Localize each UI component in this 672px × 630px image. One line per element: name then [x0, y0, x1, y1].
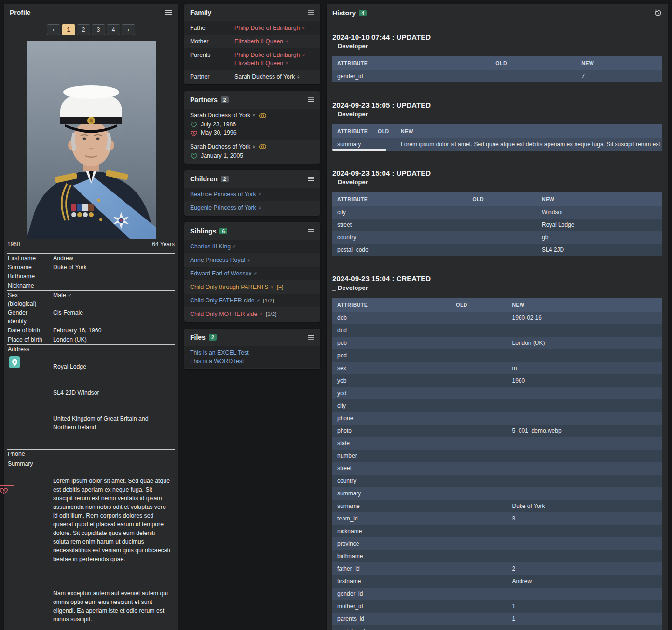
- history-row: postal_code SL4 2JD: [332, 244, 662, 256]
- history-row: team_id 3: [332, 512, 662, 525]
- cell-new: gb: [537, 231, 662, 244]
- cell-new: [507, 437, 663, 450]
- page-button[interactable]: 2: [77, 24, 90, 35]
- profile-title: Profile: [10, 9, 31, 16]
- history-restore-icon[interactable]: [654, 9, 662, 17]
- cell-old: [451, 399, 507, 412]
- history-table: ATTRIBUTE OLD NEW gender_id 7: [332, 56, 662, 82]
- person-link[interactable]: Child Only through PARENTS♀: [190, 284, 274, 290]
- siblings-title: Siblings: [190, 227, 216, 235]
- history-row: city Windsor: [332, 206, 662, 219]
- field-value: [49, 281, 175, 290]
- profile-card: Profile ‹ 1 2 3 4 ›: [4, 4, 178, 630]
- history-card: History 4 2024-10-10 07:44 : UPDATED _ D…: [327, 4, 668, 630]
- menu-icon[interactable]: [308, 228, 315, 234]
- cell-attribute: country: [332, 475, 451, 487]
- field-value: Duke of York: [49, 263, 175, 272]
- person-link[interactable]: Elizabeth II Queen♀: [234, 60, 289, 67]
- history-card-header: History 4: [327, 4, 668, 22]
- col-new: NEW: [396, 124, 662, 138]
- cell-old: [451, 387, 507, 399]
- menu-icon[interactable]: [308, 10, 315, 15]
- person-link[interactable]: Sarah Duchess of York♀: [190, 143, 256, 150]
- person-link[interactable]: Eugenie Princess of York♀: [190, 205, 261, 211]
- cell-attribute: street: [332, 219, 467, 231]
- page-button[interactable]: 1: [62, 24, 75, 35]
- family-row-parents: Parents Philip Duke of Edinburgh♂ Elizab…: [184, 48, 320, 70]
- sibling-item: Charles III King♂: [184, 240, 320, 253]
- person-link[interactable]: Child Only MOTHER side♂: [190, 311, 263, 317]
- file-link[interactable]: This is a WORD test: [190, 358, 244, 365]
- count-badge: 4: [359, 10, 367, 17]
- cell-attribute: surname: [332, 500, 451, 512]
- marriage-rings-icon: [259, 143, 267, 150]
- gender-icon: ♂: [232, 244, 236, 249]
- scrollbar-thumb[interactable]: [332, 149, 386, 151]
- gender-group: Sex (biological)Male♂ Gender identityCis…: [7, 291, 175, 326]
- menu-icon[interactable]: [308, 97, 315, 103]
- female-gender-icon: ♀: [285, 60, 289, 66]
- field-label: Nickname: [7, 281, 49, 290]
- map-pin-button[interactable]: [9, 356, 20, 368]
- person-link[interactable]: Edward Earl of Wessex♂: [190, 270, 257, 277]
- cell-attribute: yob: [332, 374, 451, 387]
- cell-old: [451, 324, 507, 337]
- cell-attribute: birthname: [332, 550, 451, 562]
- children-title: Children: [190, 175, 218, 183]
- person-link[interactable]: Charles III King♂: [190, 243, 236, 250]
- col-attribute: ATTRIBUTE: [332, 192, 467, 206]
- person-link[interactable]: Philip Duke of Edinburgh♂: [234, 52, 305, 58]
- menu-icon[interactable]: [308, 176, 315, 182]
- cell-new: [507, 537, 663, 550]
- field-label: Surname: [7, 263, 49, 272]
- cell-old: [451, 312, 507, 324]
- page-button[interactable]: 4: [107, 24, 120, 35]
- female-gender-icon: ♀: [252, 112, 256, 118]
- files-card: Files 2 This is an EXCEL Test This is a …: [184, 329, 320, 369]
- prev-page-button[interactable]: ‹: [47, 24, 60, 35]
- person-link[interactable]: Sarah Duchess of York♀: [190, 112, 256, 119]
- person-link[interactable]: Elizabeth II Queen♀: [234, 38, 289, 45]
- cell-old: [451, 374, 507, 387]
- history-row: father_id 2: [332, 562, 662, 575]
- person-link[interactable]: Sarah Duchess of York♀: [234, 73, 301, 80]
- birth-year: 1960: [7, 241, 20, 247]
- history-row: state: [332, 437, 662, 450]
- profile-fields-table: First nameAndrew SurnameDuke of York Bir…: [7, 253, 175, 630]
- person-link[interactable]: Philip Duke of Edinburgh♂: [234, 25, 305, 31]
- file-link[interactable]: This is an EXCEL Test: [190, 349, 249, 356]
- menu-icon[interactable]: [165, 9, 172, 16]
- history-row: yob 1960: [332, 374, 662, 387]
- field-label: Sex (biological): [7, 291, 49, 308]
- field-value: [49, 450, 175, 459]
- field-label: First name: [7, 254, 49, 263]
- cell-attribute: photo: [332, 425, 451, 437]
- marriage-rings-icon: [259, 112, 267, 119]
- menu-icon[interactable]: [308, 334, 315, 340]
- phone-group: Phone: [7, 450, 175, 459]
- profile-photo[interactable]: [27, 41, 156, 239]
- next-page-button[interactable]: ›: [122, 24, 135, 35]
- cell-new: [507, 588, 663, 600]
- person-link[interactable]: Anne Princess Royal♀: [190, 257, 251, 263]
- field-value: Male♂: [49, 291, 175, 308]
- history-table-header: ATTRIBUTE OLD NEW: [332, 298, 662, 312]
- page-button[interactable]: 3: [92, 24, 105, 35]
- cell-new: 1960: [507, 374, 663, 387]
- field-label: Place of birth: [7, 335, 49, 344]
- family-row-partner: Partner Sarah Duchess of York♀: [184, 70, 320, 83]
- partners-title: Partners: [190, 96, 218, 104]
- family-card: Family Father Philip Duke of Edinburgh♂ …: [184, 4, 320, 84]
- history-row: mother_id 1: [332, 600, 662, 613]
- cell-new: [507, 475, 663, 487]
- history-entry-user: _ Developer: [332, 110, 662, 118]
- cell-attribute: nickname: [332, 525, 451, 537]
- marriage-heart-icon: [191, 152, 197, 159]
- cell-attribute: gender_id: [332, 588, 451, 600]
- relation-label: Father: [190, 25, 234, 31]
- cell-old: [451, 337, 507, 349]
- person-link[interactable]: Beatrice Princess of York♀: [190, 191, 261, 198]
- relation-label: Mother: [190, 38, 234, 45]
- person-link[interactable]: Child Only FATHER side♂: [190, 297, 260, 304]
- cell-new: 7: [576, 70, 662, 82]
